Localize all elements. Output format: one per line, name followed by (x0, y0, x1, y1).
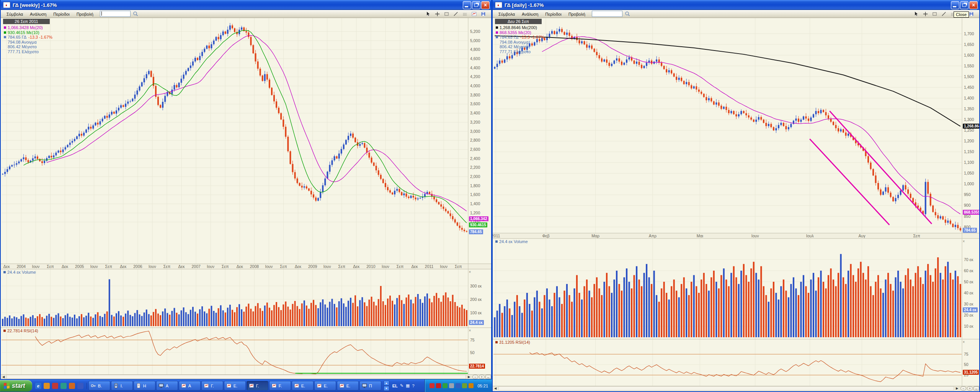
svg-text:40 εκ: 40 εκ (964, 291, 973, 295)
svg-text:1,600: 1,600 (964, 53, 974, 57)
minimize-button[interactable] (463, 1, 471, 9)
start-button[interactable]: start (0, 380, 32, 392)
zoom-out-button[interactable]: − (960, 386, 966, 390)
task-button-label: E. (234, 384, 237, 388)
rectangle-icon[interactable] (931, 10, 939, 18)
help-icon[interactable]: ? (412, 384, 414, 388)
chart-area[interactable]: 8008509009501,0001,0501,1001,1501,2001,2… (493, 18, 979, 386)
taskbar-window-button[interactable]: Γ. (201, 381, 223, 390)
chart-icon (203, 383, 209, 389)
mail-app-icon[interactable] (69, 383, 75, 389)
search-icon[interactable] (625, 11, 630, 16)
close-button[interactable]: × (481, 1, 490, 9)
battery-icon[interactable] (469, 383, 474, 388)
save-icon[interactable] (479, 10, 487, 18)
titlebar[interactable]: ΓΔ [daily] -1.67% × (493, 0, 979, 10)
taskbar-window-button[interactable]: Ι. (111, 381, 133, 390)
clock-app-icon[interactable] (44, 383, 50, 389)
taskbar-window-button[interactable]: E. (337, 381, 359, 390)
taskbar-window-button[interactable]: A (179, 381, 201, 390)
panel-close-icon[interactable]: × (468, 270, 472, 274)
task-button-label: E. (346, 384, 350, 388)
menu-symbols[interactable]: Σύμβολα (495, 11, 518, 17)
taskbar-window-button[interactable]: Γ. (247, 381, 268, 390)
taskbar-window-button[interactable]: F. (269, 381, 291, 390)
menu-periods[interactable]: Περίοδοι (50, 11, 73, 17)
svg-text:850: 850 (964, 214, 971, 219)
minimize-button[interactable] (951, 1, 959, 9)
close-button[interactable]: × (969, 1, 978, 9)
language-indicator[interactable]: EL (392, 384, 398, 388)
taskbar-window-button[interactable]: Π (359, 381, 381, 390)
mini-chart-icon[interactable] (470, 10, 478, 18)
svg-text:2004: 2004 (17, 264, 26, 269)
chart-area[interactable]: 1,0001,2001,4001,6001,8002,0002,2002,400… (1, 18, 491, 375)
scroll-left-button[interactable]: ◀ (493, 386, 498, 390)
trendline-icon[interactable] (940, 10, 948, 18)
svg-text:1,100: 1,100 (964, 160, 974, 165)
keyboard-icon[interactable]: ▦ (406, 383, 410, 388)
svg-text:1,450: 1,450 (964, 85, 974, 90)
svg-text:5,200: 5,200 (470, 29, 480, 34)
taskbar-window-button[interactable]: E. (224, 381, 246, 390)
scrollbar-track[interactable] (7, 375, 466, 379)
restore-button[interactable] (472, 1, 480, 9)
menu-analysis[interactable]: Ανάλυση (518, 11, 542, 17)
pointer-icon[interactable] (424, 10, 432, 18)
grid-dots-icon[interactable] (461, 10, 469, 18)
menu-view[interactable]: Προβολή (565, 11, 589, 17)
menu-periods[interactable]: Περίοδοι (542, 11, 565, 17)
symbol-search-input[interactable] (100, 11, 131, 17)
svg-text:3,200: 3,200 (470, 120, 480, 124)
price-chart-canvas[interactable]: 8008509009501,0001,0501,1001,1501,2001,2… (493, 18, 979, 386)
crosshair-icon[interactable] (433, 10, 441, 18)
globe-app-icon[interactable] (60, 383, 67, 389)
zoom-out-button[interactable]: − (472, 375, 478, 379)
svg-text:100 εκ: 100 εκ (470, 310, 482, 315)
zoom-reset-button[interactable]: ↔ (973, 386, 979, 390)
taskbar-window-button[interactable]: A (156, 381, 178, 390)
pen-icon[interactable]: ✎ (400, 383, 403, 388)
search-icon[interactable] (133, 11, 138, 16)
rectangle-icon[interactable] (443, 10, 451, 18)
zoom-reset-button[interactable]: ↔ (485, 375, 491, 379)
scrollbar-track[interactable] (498, 386, 954, 390)
symbol-search-input[interactable] (592, 11, 622, 17)
menu-analysis[interactable]: Ανάλυση (26, 11, 50, 17)
pointer-icon[interactable] (912, 10, 920, 18)
taskbar-window-button[interactable]: B. (88, 381, 110, 390)
menu-view[interactable]: Προβολή (73, 11, 97, 17)
scroll-right-button[interactable]: ▶ (954, 386, 960, 390)
network-icon[interactable] (456, 383, 461, 388)
restore-button[interactable] (960, 1, 969, 9)
shield-icon[interactable] (436, 383, 441, 388)
taskbar-window-button[interactable]: E. (292, 381, 314, 390)
update-icon[interactable] (462, 383, 467, 388)
svg-text:75: 75 (470, 338, 475, 342)
scroll-right-button[interactable]: ▶ (466, 375, 472, 379)
panel-close-icon[interactable]: × (468, 329, 472, 333)
taskbar-window-button[interactable]: H (134, 381, 155, 390)
task-button-label: E. (324, 384, 328, 388)
crosshair-icon[interactable] (921, 10, 929, 18)
internet-explorer-icon[interactable]: e (35, 383, 41, 389)
media-app-icon[interactable] (52, 383, 58, 389)
volume-icon[interactable] (449, 383, 454, 388)
trendline-icon[interactable] (452, 10, 460, 18)
svg-text:Ιουν: Ιουν (149, 264, 156, 269)
price-chart-canvas[interactable]: 1,0001,2001,4001,6001,8002,0002,2002,400… (1, 18, 491, 375)
taskbar-scroll-down-button[interactable]: ▼ (384, 386, 389, 391)
svg-text:Σεπ: Σεπ (397, 264, 403, 269)
zoom-in-button[interactable]: + (479, 375, 485, 379)
zoom-in-button[interactable]: + (967, 386, 973, 390)
chat-icon[interactable] (443, 383, 448, 388)
taskbar-scroll-up-button[interactable]: ▲ (384, 381, 389, 385)
scroll-left-button[interactable]: ◀ (1, 375, 6, 379)
folder-app-icon[interactable] (77, 383, 83, 389)
titlebar[interactable]: ΓΔ [weekly] -1.67% × (1, 0, 491, 10)
menu-symbols[interactable]: Σύμβολα (3, 11, 26, 17)
panel-close-icon[interactable]: × (962, 340, 966, 345)
alert-icon[interactable] (430, 383, 434, 388)
panel-close-icon[interactable]: × (962, 240, 966, 244)
taskbar-window-button[interactable]: E. (314, 381, 336, 390)
